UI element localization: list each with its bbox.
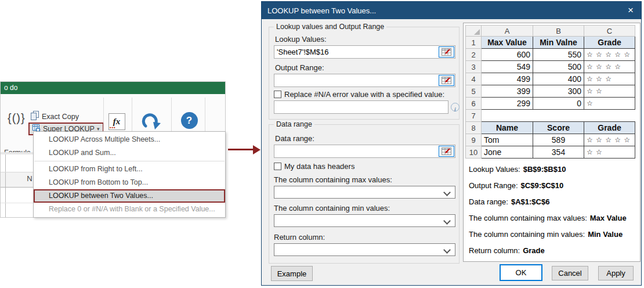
max-col-label: The column containing max values:: [274, 175, 392, 184]
dialog-title: LOOKUP between Two Values...: [262, 6, 620, 15]
cell: Grade: [584, 37, 635, 49]
cell: 300: [533, 85, 584, 98]
range-picker-button[interactable]: [439, 46, 454, 57]
menu-item-lookup-bottom-to-top[interactable]: LOOKUP from Bottom to Top...: [34, 176, 225, 189]
menu-item-lookup-across-multiple-sheets[interactable]: LOOKUP Across Multiple Sheets...: [34, 133, 225, 146]
cell: [533, 110, 584, 122]
cell: 549: [482, 61, 533, 73]
apply-button[interactable]: Apply: [598, 266, 634, 280]
cell: 399: [482, 85, 533, 98]
min-col-dropdown[interactable]: [274, 214, 455, 227]
max-col-dropdown[interactable]: [274, 186, 455, 199]
super-lookup-menu: LOOKUP Across Multiple Sheets... LOOKUP …: [33, 131, 226, 218]
cell: Tom: [482, 134, 533, 146]
data-range-group: Data range Data range:: [269, 124, 460, 264]
data-range-label: Data range:: [275, 134, 314, 143]
help-button[interactable]: ?: [178, 112, 201, 129]
example-preview-panel: A B C 1 Max Value Min Valne Grade 2 600 …: [463, 23, 641, 262]
info-icon: [451, 103, 460, 111]
replace-na-label: Replace #N/A error value with a specifie…: [284, 90, 444, 99]
cell: 400: [533, 73, 584, 85]
output-range-input[interactable]: [274, 74, 455, 87]
menu-separator: [34, 161, 225, 161]
dialog-titlebar: LOOKUP between Two Values... ×: [262, 2, 641, 19]
arrow-line: [228, 149, 254, 150]
cell: [482, 110, 533, 122]
cell: 500: [533, 61, 584, 73]
replace-na-checkbox[interactable]: [274, 91, 281, 98]
screenshot-canvas: o do {()} Formula Helper ▾ Exact Copy: [0, 0, 644, 288]
min-col-label: The column containing min values:: [274, 204, 390, 213]
summary-line: Return column:Grade: [469, 246, 627, 262]
replace-na-input[interactable]: [274, 100, 448, 114]
menu-item-lookup-right-to-left[interactable]: LOOKUP from Right to Left...: [34, 163, 225, 176]
cell: Min Valne: [533, 37, 584, 49]
row-number: 7: [466, 110, 482, 122]
chevron-down-icon: [443, 189, 451, 196]
example-summary: Lookup Values:$B$9:$B$10 Output Range:$C…: [469, 165, 627, 262]
rerun-button[interactable]: [139, 112, 164, 133]
example-button[interactable]: Example: [271, 266, 313, 281]
summary-line: The column containing min values:Min Val…: [469, 230, 627, 246]
cell: ☆ ☆ ☆: [584, 73, 635, 85]
table-row: 2 600 550 ☆ ☆ ☆ ☆ ☆: [466, 49, 635, 61]
cell: Max Value: [482, 37, 533, 49]
cell: 589: [533, 134, 584, 146]
gridline: [5, 172, 6, 187]
output-range-row: [274, 74, 455, 87]
headers-checkbox[interactable]: [274, 163, 281, 170]
replace-na-row: Replace #N/A error value with a specifie…: [274, 90, 444, 99]
summary-line: The column containing max values:Max Val…: [469, 214, 627, 230]
cell: ☆ ☆ ☆ ☆ ☆: [584, 49, 635, 61]
exact-copy-label: Exact Copy: [42, 113, 79, 121]
data-range-row: [274, 145, 455, 158]
cell: ☆: [584, 98, 635, 110]
lookup-values-group: Lookup values and Output Range Lookup Va…: [269, 27, 460, 120]
table-row: 4 499 400 ☆ ☆ ☆: [466, 73, 635, 85]
group-legend: Lookup values and Output Range: [274, 23, 386, 31]
row-number: 6: [466, 98, 482, 110]
menu-item-lookup-between-two-values[interactable]: LOOKUP between Two Values...: [34, 189, 225, 203]
return-col-dropdown[interactable]: [274, 243, 455, 256]
copy-icon: [31, 111, 39, 122]
cell: ☆ ☆ ☆ ☆ ☆: [584, 134, 635, 146]
exact-copy-button[interactable]: Exact Copy: [31, 111, 79, 122]
row-number: 10: [466, 146, 482, 159]
more-button[interactable]: fx: [107, 113, 126, 130]
cell: Score: [533, 122, 584, 134]
data-range-input[interactable]: [274, 145, 455, 158]
menu-item-replace-0-or-na[interactable]: Replace 0 or #N/A with Blank or a Specif…: [34, 203, 225, 216]
range-picker-button[interactable]: [439, 75, 454, 86]
table-row: 8 Name Score Grade: [466, 122, 635, 134]
table-row: 7: [466, 110, 635, 122]
close-icon[interactable]: ×: [620, 2, 641, 19]
range-picker-icon: [442, 48, 451, 56]
ok-button[interactable]: OK: [500, 264, 542, 281]
cell: [584, 110, 635, 122]
cell: 354: [533, 146, 584, 159]
row-number: 8: [466, 122, 482, 134]
ribbon-tab-bar: o do: [1, 82, 225, 94]
range-picker-button[interactable]: [439, 146, 454, 157]
summary-line: Lookup Values:$B$9:$B$10: [469, 165, 627, 181]
lookup-values-input[interactable]: [274, 45, 455, 59]
cell: Jone: [482, 146, 533, 159]
row-number: 3: [466, 61, 482, 73]
return-col-label: Return column:: [274, 233, 325, 242]
table-column-headers: A B C: [466, 26, 635, 37]
cancel-button[interactable]: Cancel: [552, 266, 588, 280]
preview-table: A B C 1 Max Value Min Valne Grade 2 600 …: [465, 25, 635, 159]
connector-arrow: [228, 145, 261, 154]
menu-item-lookup-and-sum[interactable]: LOOKUP and Sum...: [34, 146, 225, 160]
output-range-label: Output Range:: [275, 63, 324, 72]
summary-line: Output Range:$C$9:$C$10: [469, 181, 627, 197]
fx-icon: fx: [108, 113, 125, 130]
name-box-divider: [5, 154, 6, 172]
lookup-values-label: Lookup Values:: [275, 35, 327, 44]
cell: ☆ ☆: [584, 146, 635, 159]
cell: 550: [533, 49, 584, 61]
select-all-corner: [466, 26, 482, 37]
tab-bar-text: o do: [4, 84, 17, 92]
row-number: 1: [466, 37, 482, 49]
cell: 600: [482, 49, 533, 61]
